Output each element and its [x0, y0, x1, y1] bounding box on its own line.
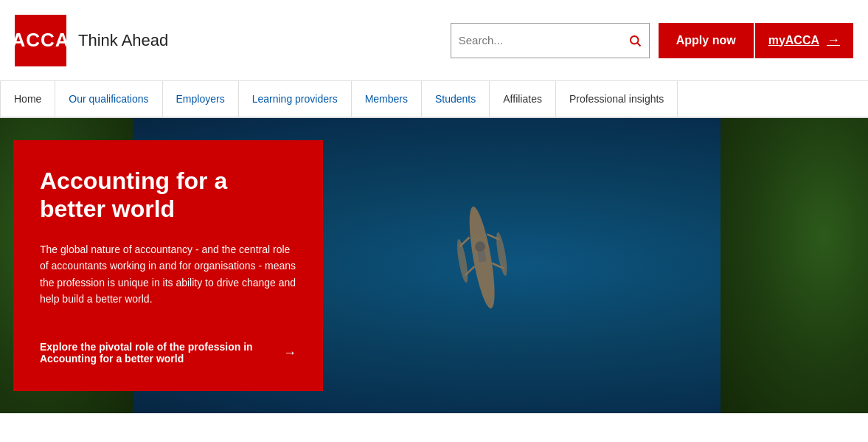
tagline: Think Ahead — [78, 31, 168, 50]
apply-now-button[interactable]: Apply now — [659, 23, 754, 58]
nav-item-students-label: Students — [435, 93, 476, 105]
nav-item-employers[interactable]: Employers — [163, 81, 239, 117]
apply-now-label: Apply now — [676, 34, 736, 46]
hero-link-arrow-icon: → — [283, 345, 296, 361]
myacca-button[interactable]: myACCA → — [755, 23, 853, 58]
myacca-arrow-icon: → — [827, 32, 840, 48]
main-nav: Home Our qualifications Employers Learni… — [0, 81, 868, 118]
myacca-label: myACCA — [768, 34, 819, 47]
nav-item-professional-insights-label: Professional insights — [569, 93, 664, 105]
nav-item-professional-insights[interactable]: Professional insights — [556, 81, 678, 117]
hero-tree-right — [721, 118, 868, 413]
hero-title: Accounting for a better world — [40, 167, 296, 224]
nav-item-learning-providers-label: Learning providers — [252, 93, 338, 105]
nav-item-qualifications-label: Our qualifications — [69, 93, 148, 105]
hero-description: The global nature of accountancy - and t… — [40, 241, 296, 320]
nav-item-learning-providers[interactable]: Learning providers — [239, 81, 352, 117]
hero-title-line2: better world — [40, 196, 175, 222]
nav-item-affiliates[interactable]: Affiliates — [490, 81, 556, 117]
hero-link-label: Explore the pivotal role of the professi… — [40, 341, 276, 365]
acca-logo: ACCA — [15, 15, 66, 66]
hero-section: Accounting for a better world The global… — [0, 118, 868, 413]
search-button[interactable] — [628, 34, 642, 47]
acca-logo-text: ACCA — [11, 29, 69, 52]
header: ACCA Think Ahead Apply now myACCA → — [0, 0, 868, 81]
logo-area: ACCA Think Ahead — [15, 15, 168, 66]
hero-explore-link[interactable]: Explore the pivotal role of the professi… — [40, 341, 296, 365]
svg-line-1 — [637, 43, 640, 46]
nav-item-qualifications[interactable]: Our qualifications — [55, 81, 162, 117]
search-icon — [628, 34, 642, 47]
hero-content-box: Accounting for a better world The global… — [13, 140, 323, 391]
nav-item-members-label: Members — [365, 93, 408, 105]
nav-item-students[interactable]: Students — [422, 81, 490, 117]
search-input[interactable] — [459, 34, 628, 46]
nav-item-employers-label: Employers — [176, 93, 225, 105]
search-box[interactable] — [451, 23, 650, 58]
header-right: Apply now myACCA → — [451, 23, 853, 58]
svg-point-0 — [631, 36, 639, 44]
nav-item-home[interactable]: Home — [0, 81, 55, 117]
hero-title-line1: Accounting for a — [40, 168, 227, 194]
nav-item-members[interactable]: Members — [352, 81, 422, 117]
nav-item-affiliates-label: Affiliates — [503, 93, 542, 105]
nav-item-home-label: Home — [14, 93, 41, 105]
